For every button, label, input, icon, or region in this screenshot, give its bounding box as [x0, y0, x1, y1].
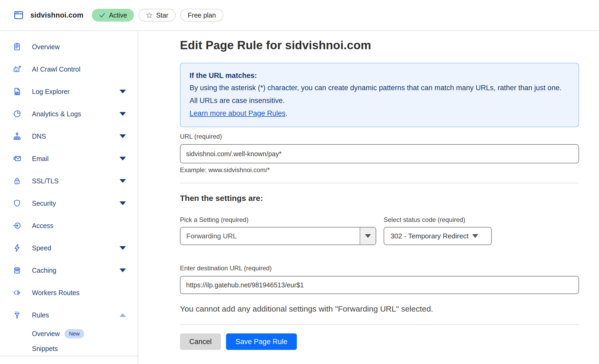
sidebar-item-label: Email — [32, 155, 49, 163]
chevron-down-icon — [120, 90, 126, 93]
sidebar-item-ssl-tls[interactable]: SSL/TLS — [0, 170, 138, 192]
page-rules-help-link[interactable]: Learn more about Page Rules — [190, 109, 285, 117]
sidebar-item-workers-routes[interactable]: Workers Routes — [0, 282, 138, 304]
network-tree-icon — [13, 132, 21, 140]
robot-icon — [13, 65, 21, 73]
sidebar-subitem-overview[interactable]: Overview New — [0, 326, 138, 341]
status-badge-label: Active — [109, 11, 127, 19]
section-divider — [180, 324, 579, 325]
log-document-icon — [13, 87, 21, 96]
sidebar-item-caching[interactable]: Caching — [0, 259, 138, 282]
checkmark-icon — [99, 12, 106, 19]
chevron-down-icon — [472, 234, 478, 238]
sidebar-item-security[interactable]: Security — [0, 192, 138, 214]
sidebar-item-analytics-logs[interactable]: Analytics & Logs — [0, 103, 138, 125]
sidebar-item-label: SSL/TLS — [32, 177, 59, 185]
plan-badge-label: Free plan — [188, 11, 216, 19]
sidebar-item-label: Access — [32, 222, 54, 230]
destination-field-label: Enter destination URL (required) — [180, 264, 272, 272]
info-box-heading: If the URL matches: — [190, 70, 569, 81]
setting-field-label: Pick a Setting (required) — [180, 216, 248, 224]
status-badge: Active — [92, 9, 134, 22]
url-example-text: Example: www.sidvishnoi.com/* — [180, 166, 270, 174]
destination-url-input[interactable] — [180, 276, 579, 294]
browser-window-icon — [13, 10, 25, 20]
sidebar-item-label: Security — [32, 200, 56, 207]
shield-icon — [13, 199, 21, 208]
sidebar-item-dns[interactable]: DNS — [0, 125, 138, 147]
sidebar-item-label: Log Explorer — [32, 88, 70, 96]
url-match-info-box: If the URL matches: By using the asteris… — [180, 63, 579, 127]
padlock-icon — [13, 177, 21, 185]
info-box-link-line: Learn more about Page Rules. — [190, 107, 569, 120]
sidebar-item-overview[interactable]: Overview — [0, 36, 138, 58]
lightning-icon — [13, 244, 21, 252]
zone-domain: sidvishnoi.com — [30, 11, 83, 19]
chevron-down-icon — [120, 246, 126, 250]
plan-badge[interactable]: Free plan — [180, 9, 223, 22]
chevron-down-icon — [120, 157, 126, 160]
cloudflare-page-rule-screen: sidvishnoi.com Active Star Fre — [0, 0, 599, 364]
chevron-down-icon — [120, 201, 126, 205]
sidebar-item-label: AI Crawl Control — [32, 65, 80, 73]
funnel-icon — [13, 311, 21, 319]
forwarding-note: You cannot add any additional settings w… — [180, 304, 433, 313]
sidebar-item-label: DNS — [32, 133, 46, 140]
setting-select[interactable]: Forwarding URL — [180, 227, 376, 245]
sidebar-subitem-list: Overview New Snippets — [0, 326, 138, 356]
pie-chart-icon — [13, 110, 21, 118]
sidebar-item-label: Workers Routes — [32, 289, 80, 297]
status-field-label: Select status code (required) — [384, 216, 465, 224]
sidebar-subitem-label: Snippets — [32, 345, 58, 353]
sidebar-item-speed[interactable]: Speed — [0, 237, 138, 259]
sidebar-subitem-snippets[interactable]: Snippets — [0, 341, 138, 356]
login-arrow-icon — [13, 221, 21, 230]
chevron-down-icon — [120, 112, 126, 116]
sidebar-item-rules[interactable]: Rules — [0, 304, 138, 326]
chevron-up-icon — [120, 313, 126, 317]
sidebar-item-list: Overview AI Crawl Control Log Explorer A… — [0, 36, 138, 326]
star-button-label: Star — [156, 11, 168, 19]
settings-heading: Then the settings are: — [180, 194, 263, 203]
sidebar-item-label: Analytics & Logs — [32, 110, 81, 118]
sidebar-subitem-label: Overview — [32, 330, 60, 338]
zone-header: sidvishnoi.com Active Star Fre — [0, 0, 599, 31]
sidebar-item-label: Rules — [32, 311, 49, 319]
status-code-select[interactable]: 302 - Temporary Redirect — [384, 227, 492, 245]
sidebar-item-label: Caching — [32, 267, 56, 274]
link-suffix: . — [285, 109, 288, 117]
sidebar-nav: Overview AI Crawl Control Log Explorer A… — [0, 31, 138, 364]
chevron-down-icon — [120, 268, 126, 272]
page-title: Edit Page Rule for sidvishnoi.com — [180, 39, 371, 52]
sidebar-item-access[interactable]: Access — [0, 214, 138, 237]
star-button[interactable]: Star — [138, 9, 176, 22]
chevron-down-icon — [365, 234, 371, 238]
sidebar-item-label: Speed — [32, 244, 51, 252]
main-content: Edit Page Rule for sidvishnoi.com If the… — [139, 31, 599, 364]
url-input[interactable] — [180, 144, 579, 163]
sidebar-item-log-explorer[interactable]: Log Explorer — [0, 80, 138, 103]
new-badge: New — [64, 329, 84, 338]
url-field-label: URL (required) — [180, 133, 222, 140]
sidebar-item-email[interactable]: Email — [0, 147, 138, 170]
status-code-value: 302 - Temporary Redirect — [391, 232, 469, 240]
code-brackets-icon — [13, 288, 21, 297]
server-stack-icon — [13, 266, 21, 275]
section-divider — [180, 183, 579, 183]
info-box-body: By using the asterisk (*) character, you… — [190, 81, 568, 107]
star-icon — [146, 12, 153, 19]
email-icon — [13, 154, 21, 163]
chevron-down-icon — [120, 134, 126, 138]
cancel-button[interactable]: Cancel — [180, 333, 221, 350]
sidebar-footer-divider — [0, 356, 138, 356]
zone-badges: Active Star Free plan — [92, 9, 223, 22]
chevron-down-icon — [120, 179, 126, 183]
sidebar-item-label: Overview — [32, 43, 60, 51]
save-page-rule-button[interactable]: Save Page Rule — [226, 333, 297, 350]
clipboard-icon — [13, 43, 21, 51]
sidebar-item-ai-crawl-control[interactable]: AI Crawl Control — [0, 58, 138, 80]
setting-select-arrow-box — [360, 228, 376, 245]
setting-select-value: Forwarding URL — [180, 232, 237, 240]
